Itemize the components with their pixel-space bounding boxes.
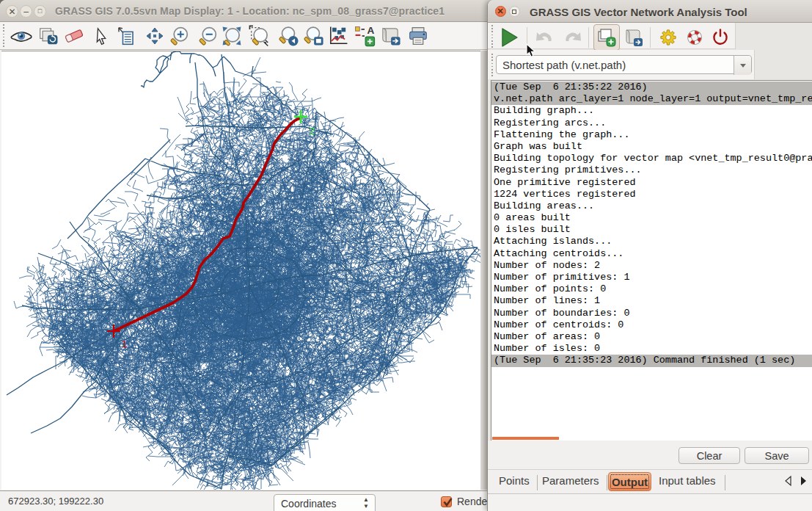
svg-text:1: 1: [122, 338, 127, 349]
svg-text:A: A: [367, 25, 374, 36]
svg-text:2: 2: [310, 126, 315, 137]
